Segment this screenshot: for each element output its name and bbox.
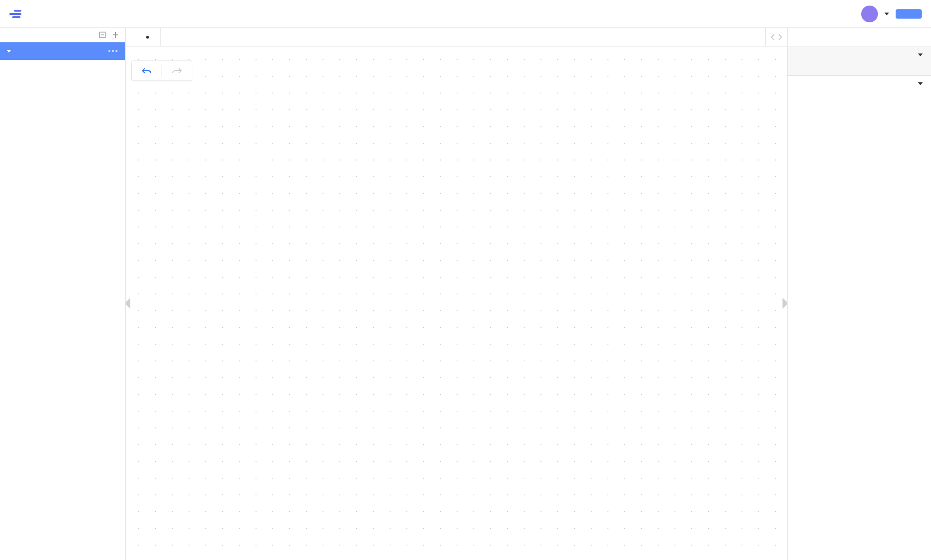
app-header bbox=[0, 0, 931, 28]
utterances-header[interactable] bbox=[788, 47, 931, 63]
chevron-down-icon bbox=[918, 82, 923, 85]
scroll-right-handle[interactable] bbox=[783, 298, 787, 309]
flow-list-sidebar: ••• bbox=[0, 28, 126, 560]
redo-button[interactable] bbox=[162, 61, 192, 80]
flow-group[interactable]: ••• bbox=[0, 42, 125, 60]
logo-icon bbox=[9, 10, 21, 18]
collapse-all-icon[interactable] bbox=[99, 32, 106, 38]
tab-prev-icon[interactable] bbox=[770, 33, 775, 41]
user-menu-caret-icon[interactable] bbox=[884, 13, 889, 15]
inspector-title bbox=[788, 28, 931, 47]
save-button[interactable] bbox=[896, 9, 922, 19]
tab-mission-first[interactable] bbox=[126, 28, 161, 46]
notes-header[interactable] bbox=[788, 76, 931, 92]
add-note-link[interactable] bbox=[788, 92, 931, 104]
utterances-section bbox=[788, 47, 931, 75]
add-flow-icon[interactable] bbox=[112, 32, 119, 38]
undo-button[interactable] bbox=[132, 61, 162, 80]
flow-canvas[interactable] bbox=[126, 47, 787, 560]
avatar[interactable] bbox=[861, 6, 878, 22]
brand[interactable] bbox=[9, 10, 29, 18]
chevron-down-icon bbox=[7, 50, 11, 53]
scroll-left-handle[interactable] bbox=[126, 298, 130, 309]
canvas-area bbox=[126, 28, 788, 560]
chevron-down-icon bbox=[918, 53, 923, 56]
unsaved-dot-icon bbox=[146, 36, 149, 39]
tab-bar bbox=[126, 28, 787, 47]
more-icon[interactable]: ••• bbox=[108, 47, 119, 55]
history-toolbar bbox=[131, 60, 192, 81]
inspector-panel bbox=[788, 28, 931, 560]
tab-next-icon[interactable] bbox=[778, 33, 783, 41]
notes-section bbox=[788, 75, 931, 104]
add-utterance-link[interactable] bbox=[788, 63, 931, 75]
